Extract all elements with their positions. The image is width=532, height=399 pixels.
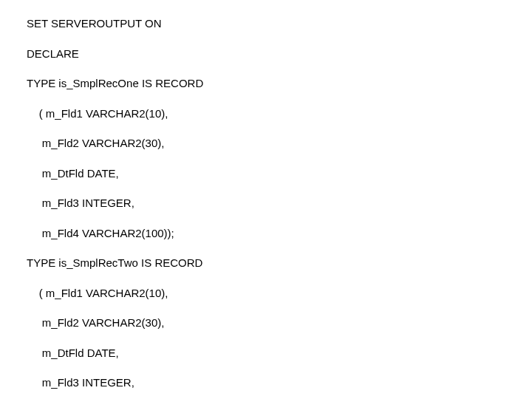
code-line: m_Fld2 VARCHAR2(30), bbox=[27, 136, 532, 151]
code-block: SET SERVEROUTPUT ON DECLARE TYPE is_Smpl… bbox=[27, 1, 532, 399]
code-line: m_Fld3 INTEGER, bbox=[27, 375, 532, 390]
code-line: m_DtFld DATE, bbox=[27, 346, 532, 361]
code-line: TYPE is_SmplRecTwo IS RECORD bbox=[27, 256, 532, 270]
code-line: SET SERVEROUTPUT ON bbox=[27, 16, 532, 31]
code-line: DECLARE bbox=[27, 47, 532, 61]
code-line: m_Fld2 VARCHAR2(30), bbox=[27, 316, 532, 330]
code-line: ( m_Fld1 VARCHAR2(10), bbox=[27, 286, 532, 301]
code-line: m_Fld4 VARCHAR2(100)); bbox=[27, 226, 532, 241]
code-line: ( m_Fld1 VARCHAR2(10), bbox=[27, 106, 532, 121]
code-line: m_Fld3 INTEGER, bbox=[27, 196, 532, 211]
code-line: m_DtFld DATE, bbox=[27, 166, 532, 181]
code-line: TYPE is_SmplRecOne IS RECORD bbox=[27, 76, 532, 91]
